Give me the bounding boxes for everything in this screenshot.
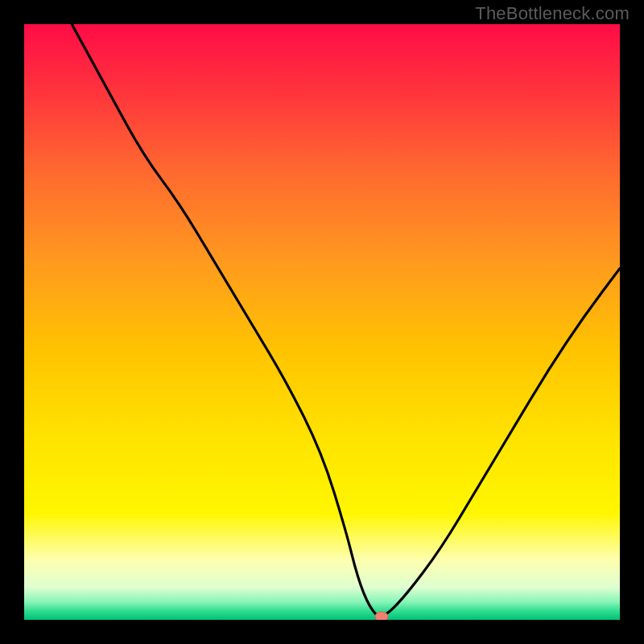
chart-svg [24, 24, 620, 620]
plot-area [24, 24, 620, 620]
chart-frame: TheBottleneck.com [0, 0, 644, 644]
gradient-background [24, 24, 620, 620]
watermark-text: TheBottleneck.com [475, 3, 630, 24]
optimal-point-marker [375, 612, 388, 620]
